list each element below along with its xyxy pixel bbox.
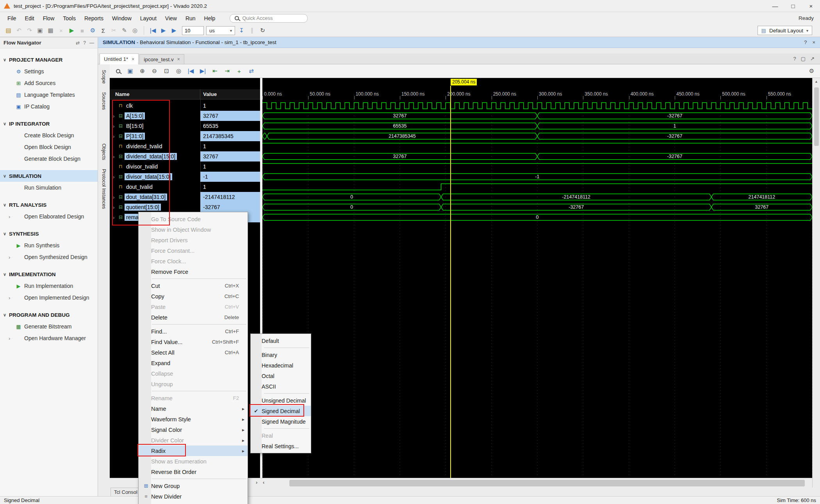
context-menu-item-find[interactable]: Find...Ctrl+F [139,326,248,337]
expand-chevron-icon[interactable]: › [113,113,118,119]
context-menu-item-new-group[interactable]: ⊞New Group [139,481,248,491]
context-menu-item-remove-force[interactable]: Remove Force [139,266,248,277]
name-column-header[interactable]: Name [110,89,200,99]
context-menu-item-name[interactable]: Name▸ [139,403,248,414]
signal-name-row[interactable]: ›⊟dividend_tdata[15:0] [110,151,200,161]
relaunch-icon[interactable]: ↻ [257,25,268,35]
signal-value-cell[interactable]: 32767 [200,151,260,161]
flow-section-simulation[interactable]: ∨SIMULATION [0,170,98,182]
context-menu-item-find-value[interactable]: Find Value...Ctrl+Shift+F [139,337,248,347]
signal-name-row[interactable]: ›⊟quotient[15:0] [110,202,200,212]
flow-section-ip-integrator[interactable]: ∨IP INTEGRATOR [0,118,98,130]
radix-option-default[interactable]: Default [251,335,311,346]
radix-option-unsigned-decimal[interactable]: Unsigned Decimal [251,395,311,406]
expand-chevron-icon[interactable]: › [113,133,118,139]
signal-name-row[interactable]: ›⊟divisor_tdata[15:0] [110,172,200,182]
menubar-reports[interactable]: Reports [80,13,108,23]
paste-icon[interactable]: ▦ [45,25,56,35]
menubar-help[interactable]: Help [200,13,220,23]
signal-value-cell[interactable]: 32767 [200,111,260,121]
expand-chevron-icon[interactable]: › [113,215,118,220]
context-menu-item-expand[interactable]: Expand [139,358,248,368]
flow-item-ip-catalog[interactable]: ▣IP Catalog [0,101,98,112]
external-window-icon[interactable]: ↗ [810,56,815,62]
close-button[interactable]: × [802,0,820,12]
swap-cursors-icon[interactable]: ⇄ [246,66,257,76]
signal-name-row[interactable]: ⊓dout_tvalid [110,182,200,192]
zoom-fit-icon[interactable]: ⊡ [161,66,172,76]
close-icon[interactable]: × [812,39,815,45]
flow-item-run-simulation[interactable]: Run Simulation [0,182,98,193]
collapse-icon[interactable]: — [89,40,94,46]
flow-item-open-implemented-design[interactable]: ›Open Implemented Design [0,292,98,303]
flow-item-generate-block-design[interactable]: Generate Block Design [0,153,98,165]
menubar-tools[interactable]: Tools [59,13,80,23]
flow-item-run-synthesis[interactable]: ▶Run Synthesis [0,240,98,251]
flow-item-settings[interactable]: ⚙Settings [0,66,98,77]
signal-value-cell[interactable]: 2147385345 [200,131,260,141]
signal-name-row[interactable]: ⊓clk [110,101,200,111]
radix-option-octal[interactable]: Octal [251,371,311,381]
flow-item-create-block-design[interactable]: Create Block Design [0,130,98,141]
flow-item-open-synthesized-design[interactable]: ›Open Synthesized Design [0,251,98,263]
signal-name-row[interactable]: ›⊟B[15:0] [110,121,200,131]
wave-settings-icon[interactable]: ⚙ [806,66,817,76]
save-wave-config-icon[interactable]: ▣ [125,66,135,76]
run-icon[interactable]: ▶ [66,25,77,35]
save-icon[interactable]: ▤ [3,25,14,35]
horizontal-scrollbar-thumb[interactable] [289,480,805,486]
radix-option-binary[interactable]: Binary [251,350,311,360]
next-transition-icon[interactable]: ⇥ [222,66,232,76]
context-menu-item-cut[interactable]: CutCtrl+X [139,280,248,291]
go-to-end-icon[interactable]: ▶| [198,66,208,76]
signal-name-row[interactable]: ⊓divisor_tvalid [110,161,200,172]
signal-value-cell[interactable]: -2147418112 [200,192,260,202]
radix-option-hexadecimal[interactable]: Hexadecimal [251,360,311,371]
expand-left-icon[interactable]: ‹ [263,479,264,485]
context-menu-item-signal-color[interactable]: Signal Color▸ [139,424,248,435]
previous-transition-icon[interactable]: ⇤ [210,66,220,76]
context-menu-item-delete[interactable]: DeleteDelete [139,312,248,323]
expand-chevron-icon[interactable]: › [113,154,118,160]
run-time-input[interactable] [182,26,204,35]
signal-value-cell[interactable]: 65535 [200,121,260,131]
context-menu-item-waveform-style[interactable]: Waveform Style▸ [139,414,248,424]
context-menu-item-new-virtual-bus[interactable]: ⊟New Virtual Bus [139,502,248,504]
expand-chevron-icon[interactable]: › [113,123,118,129]
waveform-canvas[interactable]: 32767-327676553512147385345-3276732767-3… [262,99,812,478]
flow-item-open-elaborated-design[interactable]: ›Open Elaborated Design [0,211,98,222]
vertical-scrollbar[interactable]: ▲ [812,78,820,488]
expand-chevron-icon[interactable]: › [113,194,118,200]
close-icon[interactable]: × [132,57,134,62]
signal-value-cell[interactable]: -32767 [200,202,260,212]
expand-chevron-icon[interactable]: › [113,174,118,180]
radix-option-signed-decimal[interactable]: ✔Signed Decimal [251,406,311,416]
flow-section-project-manager[interactable]: ∨PROJECT MANAGER [0,54,98,66]
side-tab-scope[interactable]: Scope [101,67,107,87]
radix-option-real-settings[interactable]: Real Settings... [251,441,311,451]
help-icon[interactable]: ? [83,40,86,46]
expand-right-icon[interactable]: › [256,479,257,485]
vertical-scrollbar-thumb[interactable] [814,87,819,146]
menubar-file[interactable]: File [3,13,21,23]
zoom-out-icon[interactable]: ⊖ [149,66,160,76]
float-icon[interactable]: ▢ [801,56,806,62]
probe-icon[interactable]: ◎ [130,25,140,35]
help-icon[interactable]: ? [804,39,807,45]
menubar-flow[interactable]: Flow [39,13,59,23]
run-all-icon[interactable]: ▶ [158,25,169,35]
zoom-in-icon[interactable]: ⊕ [137,66,148,76]
tab-ipcore-test-v[interactable]: ipcore_test.v× [139,54,184,64]
context-menu-item-radix[interactable]: Radix▸ [139,445,248,456]
signal-name-row[interactable]: ⊓dividend_tvalid [110,141,200,151]
signal-value-cell[interactable]: 1 [200,101,260,111]
value-column-header[interactable]: Value [200,89,260,99]
layout-select[interactable]: ▤ Default Layout ▾ [758,26,812,35]
toggle-panel-icon[interactable]: ⇄ [76,40,80,46]
flow-section-synthesis[interactable]: ∨SYNTHESIS [0,228,98,240]
flow-item-open-block-design[interactable]: Open Block Design [0,141,98,153]
side-tab-protocol-instances[interactable]: Protocol Instances [101,166,107,212]
menubar-window[interactable]: Window [108,13,136,23]
pencil-icon[interactable]: ✎ [119,25,130,35]
flow-section-rtl-analysis[interactable]: ∨RTL ANALYSIS [0,199,98,211]
